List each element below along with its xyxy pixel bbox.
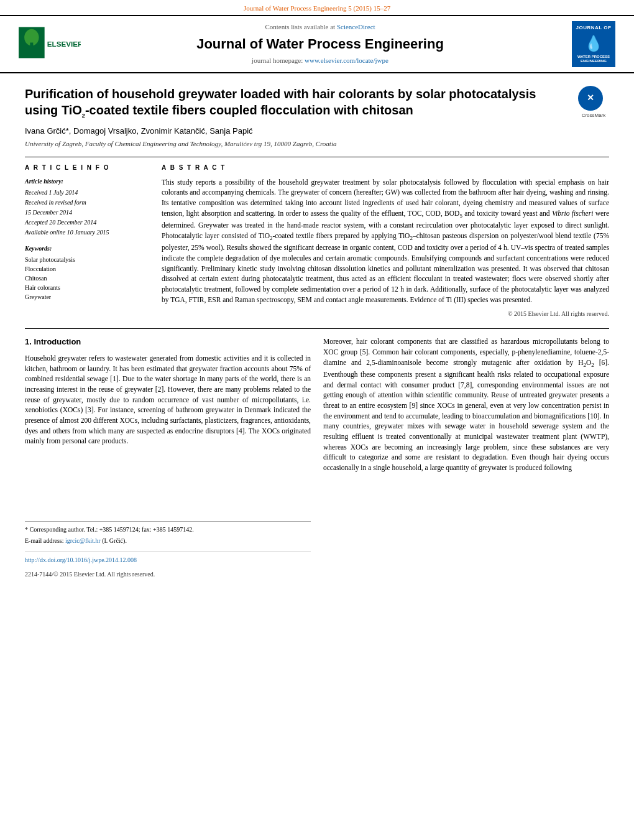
article-info-title: A R T I C L E I N F O <box>25 164 149 172</box>
revised-label-text: Received in revised form <box>25 199 86 206</box>
sciencedirect-link[interactable]: ScienceDirect <box>337 23 375 30</box>
revised-date-text: 15 December 2014 <box>25 209 72 216</box>
copyright-text: © 2015 Elsevier Ltd. All rights reserved… <box>162 310 609 318</box>
intro-para-1: Household greywater refers to wastewater… <box>25 353 311 446</box>
section1-heading: 1. Introduction <box>25 336 311 348</box>
corresponding-text: * Corresponding author. Tel.: +385 14597… <box>25 526 194 533</box>
keyword-4: Hair colorants <box>25 284 149 292</box>
affiliation-line: University of Zagreb, Faculty of Chemica… <box>25 139 609 149</box>
contents-line: Contents lists available at ScienceDirec… <box>68 22 572 32</box>
intro-para-2: Moreover, hair colorant components that … <box>323 336 609 473</box>
accepted-date: Accepted 20 December 2014 <box>25 218 149 227</box>
body-col-left: 1. Introduction Household greywater refe… <box>25 336 311 590</box>
email-link[interactable]: igrcic@fkit.hr <box>65 537 101 544</box>
received-revised-label: Received in revised form <box>25 198 149 207</box>
body-col-right: Moreover, hair colorant components that … <box>323 336 609 590</box>
journal-reference-text: Journal of Water Process Engineering 5 (… <box>244 4 390 12</box>
keyword-1: Solar photocatalysis <box>25 256 149 264</box>
crossmark-label: CrossMark <box>578 112 609 119</box>
keywords-list: Solar photocatalysis Flocculation Chitos… <box>25 256 149 302</box>
journal-logo-box: JOURNAL OF 💧 WATER PROCESS ENGINEERING <box>572 21 615 67</box>
logo-line2: WATER PROCESS <box>575 55 612 59</box>
abstract-title: A B S T R A C T <box>162 164 609 172</box>
journal-header-center: Contents lists available at ScienceDirec… <box>68 22 572 66</box>
article-info-col: A R T I C L E I N F O Article history: R… <box>25 164 149 318</box>
email-suffix: (I. Grčić). <box>102 537 127 544</box>
homepage-url[interactable]: www.elsevier.com/locate/jwpe <box>305 57 388 64</box>
history-label: Article history: <box>25 177 149 186</box>
email-label: E-mail address: <box>25 537 63 544</box>
available-text: Available online 10 January 2015 <box>25 229 109 236</box>
journal-title: Journal of Water Process Engineering <box>68 35 572 54</box>
footnote-area: * Corresponding author. Tel.: +385 14597… <box>25 521 311 545</box>
crossmark-icon: ✕ <box>578 86 603 111</box>
doi-line: http://dx.doi.org/10.1016/j.jwpe.2014.12… <box>25 556 311 565</box>
article-title-text: Purification of household greywater load… <box>25 86 578 120</box>
abstract-text: This study reports a possibility of the … <box>162 177 609 305</box>
elsevier-logo: ELSEVIER <box>19 25 68 63</box>
accepted-text: Accepted 20 December 2014 <box>25 219 96 226</box>
homepage-line: journal homepage: www.elsevier.com/locat… <box>68 56 572 65</box>
article-title: Purification of household greywater load… <box>25 86 566 120</box>
issn-line: 2214-7144/© 2015 Elsevier Ltd. All right… <box>25 570 311 579</box>
article-columns: A R T I C L E I N F O Article history: R… <box>25 157 609 318</box>
authors-text: Ivana Grčić*, Domagoj Vrsaljko, Zvonimir… <box>25 126 253 136</box>
section1-heading-text: 1. Introduction <box>25 337 81 346</box>
svg-rect-2 <box>30 42 33 53</box>
journal-header: ELSEVIER Contents lists available at Sci… <box>0 15 634 73</box>
keyword-5: Greywater <box>25 293 149 302</box>
revised-date: 15 December 2014 <box>25 208 149 217</box>
article-title-section: Purification of household greywater load… <box>25 73 609 126</box>
logo-line3: ENGINEERING <box>575 59 612 63</box>
authors-line: Ivana Grčić*, Domagoj Vrsaljko, Zvonimir… <box>25 126 609 137</box>
footnote-corresponding: * Corresponding author. Tel.: +385 14597… <box>25 525 311 535</box>
crossmark-badge: ✕ CrossMark <box>578 86 609 119</box>
received1-text: Received 1 July 2014 <box>25 189 78 196</box>
section-divider <box>25 328 609 329</box>
received-date: Received 1 July 2014 <box>25 188 149 197</box>
bottom-bar: http://dx.doi.org/10.1016/j.jwpe.2014.12… <box>25 552 311 590</box>
contents-label: Contents lists available at <box>265 23 335 30</box>
body-columns: 1. Introduction Household greywater refe… <box>25 336 609 590</box>
homepage-label: journal homepage: <box>252 57 303 64</box>
doi-link[interactable]: http://dx.doi.org/10.1016/j.jwpe.2014.12… <box>25 556 137 563</box>
logo-line1: JOURNAL OF <box>575 24 612 31</box>
abstract-col: A B S T R A C T This study reports a pos… <box>162 164 609 318</box>
water-drop-icon: 💧 <box>575 33 612 54</box>
top-journal-ref: Journal of Water Process Engineering 5 (… <box>0 0 634 15</box>
main-content: Purification of household greywater load… <box>0 73 634 591</box>
footnote-email: E-mail address: igrcic@fkit.hr (I. Grčić… <box>25 537 311 546</box>
available-date: Available online 10 January 2015 <box>25 228 149 237</box>
keyword-3: Chitosan <box>25 274 149 283</box>
keyword-2: Flocculation <box>25 265 149 274</box>
keywords-label: Keywords: <box>25 244 149 253</box>
